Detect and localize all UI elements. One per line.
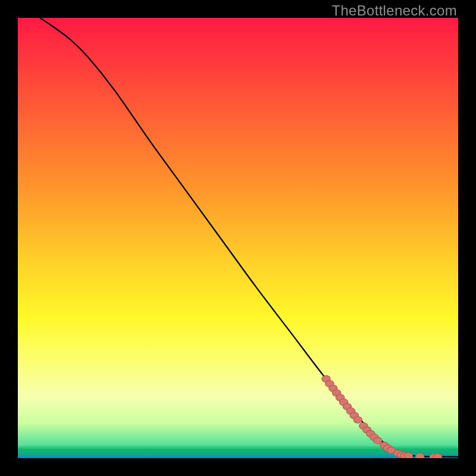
chart-stage: TheBottleneck.com xyxy=(0,0,476,476)
data-dot xyxy=(433,453,441,458)
data-dot xyxy=(373,437,381,444)
curve-line xyxy=(40,18,458,457)
data-dots xyxy=(322,375,442,458)
chart-svg xyxy=(18,18,458,458)
data-dot xyxy=(415,453,424,458)
data-dot xyxy=(353,416,362,423)
plot-area xyxy=(18,18,458,458)
data-dot xyxy=(404,453,412,458)
watermark-text: TheBottleneck.com xyxy=(331,2,457,19)
